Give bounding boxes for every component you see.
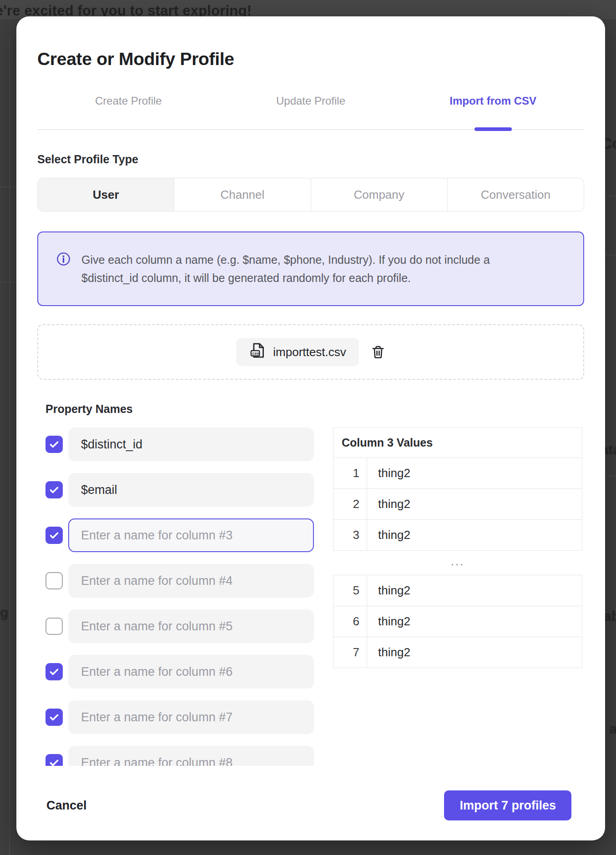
import-mapping-area: Column 3 Values 1 thing2 2 thing2 3 thin…	[45, 428, 584, 766]
profile-type-channel[interactable]: Channel	[174, 178, 310, 211]
property-row-1	[45, 428, 314, 461]
table-row: 6 thing2	[333, 606, 582, 637]
uploaded-file-chip: csv importtest.csv	[236, 338, 358, 366]
property-names-label: Property Names	[45, 402, 584, 416]
row-value: thing2	[367, 637, 582, 668]
info-banner-text: Give each column a name (e.g. $name, $ph…	[81, 251, 500, 287]
property-row-2	[45, 473, 314, 507]
dimmed-page-line	[0, 186, 15, 187]
column-3-name-input[interactable]	[68, 518, 314, 552]
table-row: 5 thing2	[333, 575, 582, 606]
property-row-8	[45, 746, 314, 766]
profile-type-conversation[interactable]: Conversation	[447, 178, 584, 211]
column-1-checkbox[interactable]	[45, 436, 63, 453]
column-values-table-bottom: 5 thing2 6 thing2 7 thing2	[333, 575, 582, 668]
column-values-preview: Column 3 Values 1 thing2 2 thing2 3 thin…	[333, 428, 582, 766]
cancel-button[interactable]: Cancel	[46, 799, 87, 813]
modal-tab-bar: Create Profile Update Profile Import fro…	[37, 95, 584, 130]
column-8-name-input[interactable]	[68, 746, 314, 766]
rows-ellipsis: ...	[333, 551, 582, 575]
values-table-header: Column 3 Values	[333, 428, 582, 458]
modal-footer: Cancel Import 7 profiles	[37, 790, 584, 820]
column-5-name-input[interactable]	[68, 609, 314, 643]
column-4-name-input[interactable]	[68, 564, 314, 598]
delete-file-trash-icon[interactable]	[371, 345, 385, 359]
row-value: thing2	[367, 458, 582, 489]
row-index: 1	[333, 458, 367, 489]
row-index: 5	[333, 575, 367, 606]
info-icon	[56, 252, 71, 268]
property-row-7	[45, 700, 314, 734]
property-row-4	[45, 564, 314, 598]
table-row: 7 thing2	[333, 637, 582, 668]
column-2-checkbox[interactable]	[45, 481, 63, 498]
dimmed-fragment: a	[609, 721, 616, 737]
dimmed-page-line	[0, 282, 15, 283]
row-value: thing2	[367, 489, 582, 520]
property-row-3	[45, 518, 314, 552]
csv-file-icon: csv	[249, 342, 266, 362]
row-value: thing2	[367, 606, 582, 637]
tab-import-from-csv[interactable]: Import from CSV	[402, 95, 584, 129]
info-banner: Give each column a name (e.g. $name, $ph…	[37, 231, 584, 306]
row-value: thing2	[367, 575, 582, 606]
dimmed-page-line	[604, 476, 616, 477]
column-7-name-input[interactable]	[68, 700, 314, 734]
tab-create-profile[interactable]: Create Profile	[37, 95, 220, 129]
column-2-name-input[interactable]	[68, 473, 314, 507]
column-6-name-input[interactable]	[68, 655, 314, 689]
tab-update-profile[interactable]: Update Profile	[220, 95, 402, 129]
table-row: 1 thing2	[333, 458, 582, 489]
column-7-checkbox[interactable]	[45, 709, 63, 726]
row-index: 3	[333, 520, 367, 551]
column-3-checkbox[interactable]	[45, 527, 63, 544]
column-1-name-input[interactable]	[68, 428, 314, 461]
column-values-table-top: Column 3 Values 1 thing2 2 thing2 3 thin…	[333, 428, 582, 551]
table-row: 2 thing2	[333, 489, 582, 520]
property-row-6	[45, 655, 314, 689]
dimmed-page-line	[604, 196, 616, 196]
row-index: 2	[333, 489, 367, 520]
dimmed-fragment: g	[0, 605, 8, 620]
csv-drop-area[interactable]: csv importtest.csv	[37, 324, 584, 380]
row-index: 6	[333, 606, 367, 637]
table-row: 3 thing2	[333, 520, 582, 551]
create-or-modify-profile-modal: Create or Modify Profile Create Profile …	[16, 16, 605, 840]
dimmed-page-divider	[9, 36, 10, 855]
profile-type-segmented-control: User Channel Company Conversation	[37, 178, 584, 211]
row-index: 7	[333, 637, 367, 668]
column-8-checkbox[interactable]	[45, 754, 63, 766]
column-5-checkbox[interactable]	[45, 618, 63, 635]
property-row-5	[45, 609, 314, 643]
column-6-checkbox[interactable]	[45, 663, 63, 680]
property-name-list	[45, 428, 314, 766]
dimmed-page-line	[604, 255, 616, 256]
select-profile-type-label: Select Profile Type	[37, 153, 584, 166]
import-profiles-button[interactable]: Import 7 profiles	[444, 790, 571, 820]
profile-type-user[interactable]: User	[38, 178, 174, 211]
row-value: thing2	[367, 520, 582, 551]
uploaded-file-name: importtest.csv	[273, 345, 346, 359]
modal-title: Create or Modify Profile	[37, 49, 584, 69]
column-4-checkbox[interactable]	[45, 572, 63, 589]
svg-text:csv: csv	[252, 351, 259, 356]
profile-type-company[interactable]: Company	[311, 178, 447, 211]
